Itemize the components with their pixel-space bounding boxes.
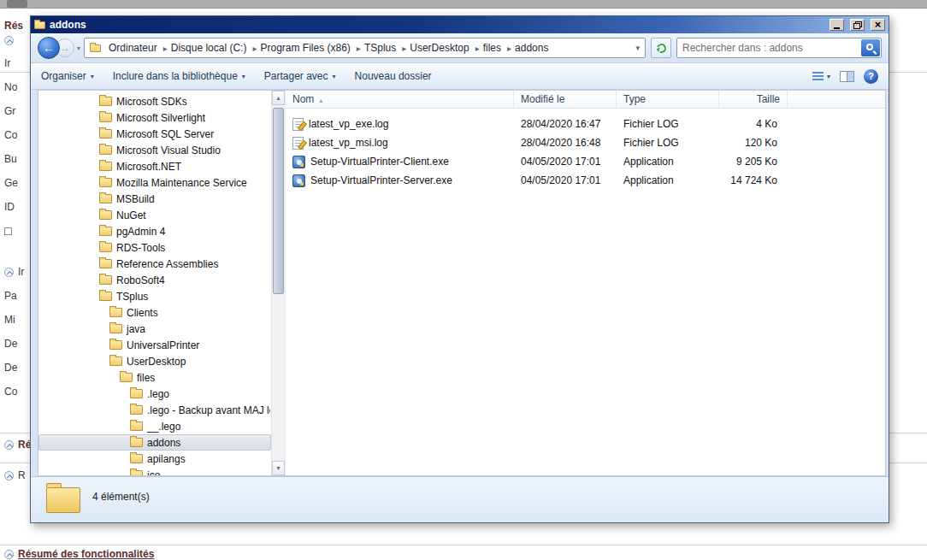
tree-item-label: .lego [147,388,169,400]
tree-item-microsoft-net[interactable]: Microsoft.NET [38,158,271,174]
tree-item-pgadmin-4[interactable]: pgAdmin 4 [38,223,271,239]
search-box [676,38,882,58]
scroll-down-button[interactable] [272,461,285,475]
breadcrumb-segment[interactable]: TSplus [363,41,408,55]
change-view-button[interactable] [812,72,830,80]
file-name: latest_vp_msi.log [309,137,388,149]
tree-item-lego[interactable]: __.lego [38,418,271,434]
tree-item-microsoft-sdks[interactable]: Microsoft SDKs [38,93,271,109]
tree-item-rds-tools[interactable]: RDS-Tools [38,239,271,256]
scrollbar-thumb[interactable] [273,108,284,294]
tree-item-files[interactable]: files [38,369,271,386]
help-button[interactable] [864,69,878,84]
breadcrumb-segment[interactable]: Ordinateur [107,41,169,55]
window-title: addons [50,16,824,33]
titlebar[interactable]: addons [31,16,889,33]
tree-item-label: files [137,372,155,384]
tree-item-microsoft-sql-server[interactable]: Microsoft SQL Server [38,126,271,142]
history-dropdown-icon[interactable] [77,44,80,52]
search-button[interactable] [861,39,880,56]
folder-icon [99,275,112,285]
folder-icon [109,308,122,317]
background-label: R [18,469,26,481]
file-row[interactable]: Setup-VirtualPrinter-Client.exe04/05/202… [286,152,885,171]
minimize-button[interactable] [830,19,844,31]
folder-icon [99,178,112,187]
address-dropdown-icon[interactable] [635,44,640,52]
folder-icon [120,373,133,382]
background-label: Rés [4,20,23,32]
content-area: Microsoft SDKsMicrosoft SilverlightMicro… [38,90,886,476]
tree-item-addons[interactable]: addons [38,434,271,451]
column-header-type[interactable]: Type [617,91,719,108]
column-header-modified[interactable]: Modifié le [514,91,617,108]
tree-item-microsoft-silverlight[interactable]: Microsoft Silverlight [38,109,271,126]
background-label: Ir [4,57,10,69]
background-fragment: De [4,361,17,374]
folder-tree-pane: Microsoft SDKsMicrosoft SilverlightMicro… [38,91,285,475]
background-label: Co [4,386,17,398]
search-input[interactable] [677,42,861,54]
include-in-library-button[interactable]: Inclure dans la bibliothèque [113,70,245,82]
address-bar[interactable]: OrdinateurDisque local (C:)Program Files… [84,38,646,58]
file-row[interactable]: latest_vp_msi.log28/04/2020 16:48Fichier… [286,133,885,152]
breadcrumb-segment[interactable]: Program Files (x86) [258,41,362,55]
new-folder-button[interactable]: Nouveau dossier [355,70,432,82]
background-divider [0,545,927,545]
tree-item-label: Clients [127,307,158,319]
tree-item-lego-backup-avant-maj-lego-ex[interactable]: .lego - Backup avant MAJ lego ex [38,402,271,418]
chevron-circle-icon [4,36,14,45]
folder-icon [130,405,143,415]
background-label: No [4,81,17,93]
tree-item-universalprinter[interactable]: UniversalPrinter [38,337,271,353]
tree-item-apilangs[interactable]: apilangs [38,451,271,467]
share-with-button[interactable]: Partager avec [264,70,336,82]
file-row[interactable]: Setup-VirtualPrinter-Server.exe04/05/202… [286,171,885,190]
breadcrumb-segment[interactable]: Disque local (C:) [169,41,259,55]
background-fragment: Rés [4,19,23,32]
file-name: latest_vp_exe.log [309,118,388,130]
back-button[interactable] [38,37,60,59]
scroll-up-button[interactable] [272,91,285,105]
organize-button[interactable]: Organiser [41,70,94,82]
tree-rows: Microsoft SDKsMicrosoft SilverlightMicro… [38,93,271,475]
folder-icon [99,292,112,301]
tree-item-nuget[interactable]: NuGet [38,207,271,223]
close-button[interactable] [871,19,885,31]
column-header-name[interactable]: Nom [286,91,514,108]
details-pane: 4 élément(s) [31,476,889,522]
toolbar-right-group [812,69,878,84]
tree-item-mozilla-maintenance-service[interactable]: Mozilla Maintenance Service [38,174,271,191]
column-header-size[interactable]: Taille [719,91,788,108]
tree-scrollbar[interactable] [271,91,285,475]
file-name-cell: Setup-VirtualPrinter-Client.exe [286,156,514,168]
folder-icon [109,324,122,333]
tree-item-label: pgAdmin 4 [116,226,165,238]
preview-pane-button[interactable] [840,71,854,82]
tree-item-reference-assemblies[interactable]: Reference Assemblies [38,256,271,272]
file-row[interactable]: latest_vp_exe.log28/04/2020 16:47Fichier… [286,115,885,133]
tree-item-label: apilangs [147,453,186,465]
maximize-button[interactable] [850,19,865,31]
tree-item-ico[interactable]: ico [38,467,271,475]
tree-item-java[interactable]: java [38,321,271,337]
tree-item-clients[interactable]: Clients [38,304,271,321]
application-icon [292,156,305,168]
tree-item-microsoft-visual-studio[interactable]: Microsoft Visual Studio [38,142,271,158]
breadcrumb-segment[interactable]: files [481,41,513,55]
background-label: Mi [4,314,15,326]
tree-item-lego[interactable]: .lego [38,386,271,402]
folder-icon [99,162,112,171]
tree-item-label: ico [147,469,160,476]
breadcrumb-segment[interactable]: UserDesktop [408,41,481,55]
refresh-button[interactable] [651,38,671,58]
tree-item-robosoft4[interactable]: RoboSoft4 [38,272,271,288]
breadcrumb-segment[interactable]: addons [513,41,550,55]
command-toolbar: Organiser Inclure dans la bibliothèque P… [31,63,889,90]
tree-item-tsplus[interactable]: TSplus [38,288,271,304]
tree-item-userdesktop[interactable]: UserDesktop [38,353,271,369]
background-fragment: Pa [4,289,17,303]
file-list-rows: latest_vp_exe.log28/04/2020 16:47Fichier… [286,109,885,190]
file-modified: 28/04/2020 16:48 [514,137,617,149]
tree-item-msbuild[interactable]: MSBuild [38,191,271,207]
